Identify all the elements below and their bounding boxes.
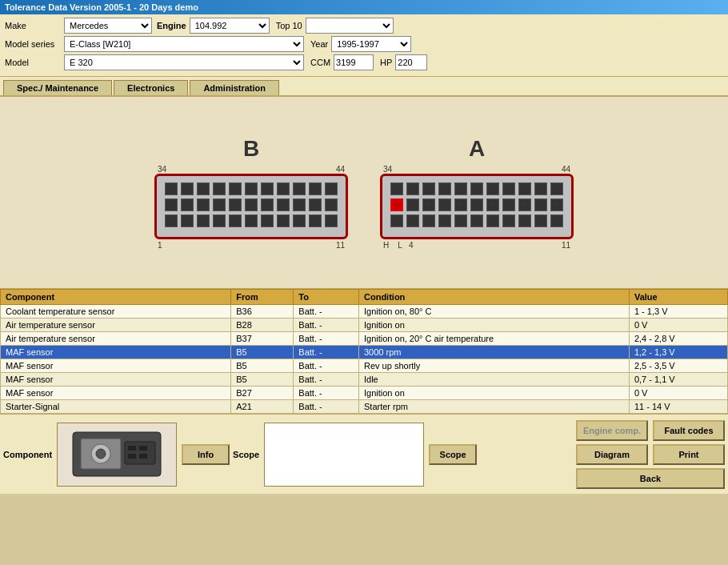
cell-from: B28 — [231, 319, 294, 332]
hp-input[interactable] — [395, 54, 427, 70]
cell-value: 1 - 1,3 V — [629, 305, 727, 319]
pin — [293, 182, 306, 195]
connector-a-row3 — [390, 214, 563, 227]
scope-label: Scope — [233, 450, 259, 459]
pin — [197, 182, 210, 195]
year-label: Year — [310, 39, 328, 49]
form-section: Make Mercedes Engine 104.992 Top 10 Mode… — [0, 14, 728, 77]
cell-value: 2,4 - 2,8 V — [629, 332, 727, 346]
pin — [454, 182, 467, 195]
connector-a-row2 — [390, 198, 563, 211]
pin — [261, 198, 274, 211]
info-button[interactable]: Info — [182, 444, 230, 465]
diagram-button[interactable]: Diagram — [576, 444, 648, 465]
pin — [261, 182, 274, 195]
make-label: Make — [5, 21, 61, 30]
col-from: From — [231, 290, 294, 305]
connector-b-bottom-right: 11 — [336, 241, 345, 250]
fault-codes-button[interactable]: Fault codes — [653, 420, 725, 441]
engine-comp-button[interactable]: Engine comp. — [576, 420, 648, 441]
year-select[interactable]: 1995-1997 — [331, 36, 411, 52]
cell-condition: 3000 rpm — [359, 346, 630, 359]
pin — [518, 214, 531, 227]
pin — [518, 182, 531, 195]
connector-b-label: B — [243, 136, 259, 162]
engine-select[interactable]: 104.992 — [190, 18, 270, 34]
pin — [518, 198, 531, 211]
cell-condition: Ignition on — [359, 319, 630, 332]
cell-condition: Rev up shortly — [359, 359, 630, 373]
tab-electronics[interactable]: Electronics — [114, 80, 188, 95]
cell-from: B27 — [231, 387, 294, 400]
scope-button[interactable]: Scope — [429, 444, 477, 465]
cell-condition: Ignition on, 80° C — [359, 305, 630, 319]
right-buttons: Engine comp. Fault codes Diagram Print B… — [576, 418, 725, 491]
tab-spec[interactable]: Spec./ Maintenance — [3, 80, 112, 95]
cell-to: Batt. - — [294, 332, 359, 346]
table-row[interactable]: Coolant temperature sensorB36Batt. -Igni… — [1, 305, 728, 319]
table-row[interactable]: MAF sensorB5Batt. -3000 rpm1,2 - 1,3 V — [1, 346, 728, 359]
pin — [277, 182, 290, 195]
cell-condition: Ignition on — [359, 387, 630, 400]
pin — [181, 214, 194, 227]
table-row[interactable]: Air temperature sensorB37Batt. -Ignition… — [1, 332, 728, 346]
table-row[interactable]: Air temperature sensorB28Batt. -Ignition… — [1, 319, 728, 332]
model-label: Model — [5, 58, 61, 67]
cell-component: Air temperature sensor — [1, 319, 231, 332]
ccm-input[interactable] — [334, 54, 374, 70]
pin — [486, 182, 499, 195]
pin — [197, 198, 210, 211]
table-row[interactable]: MAF sensorB27Batt. -Ignition on0 V — [1, 387, 728, 400]
connector-a-top-left: 34 — [383, 165, 392, 174]
pin — [550, 198, 563, 211]
connector-a-row1 — [390, 182, 563, 195]
data-table: Component From To Condition Value Coolan… — [0, 289, 728, 414]
print-button[interactable]: Print — [653, 444, 725, 465]
pin — [534, 198, 547, 211]
pin — [422, 198, 435, 211]
model-select[interactable]: E 320 — [64, 54, 304, 70]
cell-component: MAF sensor — [1, 346, 231, 359]
pin — [229, 214, 242, 227]
pin — [406, 182, 419, 195]
cell-component: Starter-Signal — [1, 400, 231, 414]
row-make: Make Mercedes Engine 104.992 Top 10 — [5, 18, 723, 34]
cell-from: B5 — [231, 359, 294, 373]
app-title: Tolerance Data Version 2005-1 - 20 Days … — [5, 2, 198, 12]
svg-rect-7 — [128, 454, 136, 459]
cell-to: Batt. - — [294, 359, 359, 373]
engine-label: Engine — [157, 21, 186, 30]
pin — [213, 198, 226, 211]
top10-select[interactable] — [306, 18, 394, 34]
connector-b-row3 — [165, 214, 338, 227]
tab-administration[interactable]: Administration — [190, 80, 279, 95]
cell-value: 0 V — [629, 387, 727, 400]
pin — [454, 214, 467, 227]
col-value: Value — [629, 290, 727, 305]
pin — [550, 182, 563, 195]
table-row[interactable]: MAF sensorB5Batt. -Idle0,7 - 1,1 V — [1, 373, 728, 387]
btn-row-1: Engine comp. Fault codes — [576, 420, 725, 441]
svg-rect-4 — [125, 442, 155, 464]
back-button[interactable]: Back — [576, 468, 725, 489]
table-header-row: Component From To Condition Value — [1, 290, 728, 305]
diagram-area: B 34 44 — [0, 97, 728, 289]
table-row[interactable]: MAF sensorB5Batt. -Rev up shortly2,5 - 3… — [1, 359, 728, 373]
table-row[interactable]: Starter-SignalA21Batt. -Starter rpm11 - … — [1, 400, 728, 414]
model-series-select[interactable]: E-Class [W210] — [64, 36, 304, 52]
make-select[interactable]: Mercedes — [64, 18, 152, 34]
pin — [502, 198, 515, 211]
cell-component: MAF sensor — [1, 373, 231, 387]
cell-to: Batt. - — [294, 400, 359, 414]
cell-condition: Starter rpm — [359, 400, 630, 414]
scope-image — [264, 423, 424, 487]
pin-highlighted — [390, 198, 403, 211]
cell-component: Coolant temperature sensor — [1, 305, 231, 319]
pin — [454, 198, 467, 211]
cell-to: Batt. - — [294, 373, 359, 387]
pin — [213, 214, 226, 227]
pin — [470, 182, 483, 195]
connector-b-top-left: 34 — [158, 165, 166, 174]
pin — [277, 198, 290, 211]
pin — [309, 214, 322, 227]
